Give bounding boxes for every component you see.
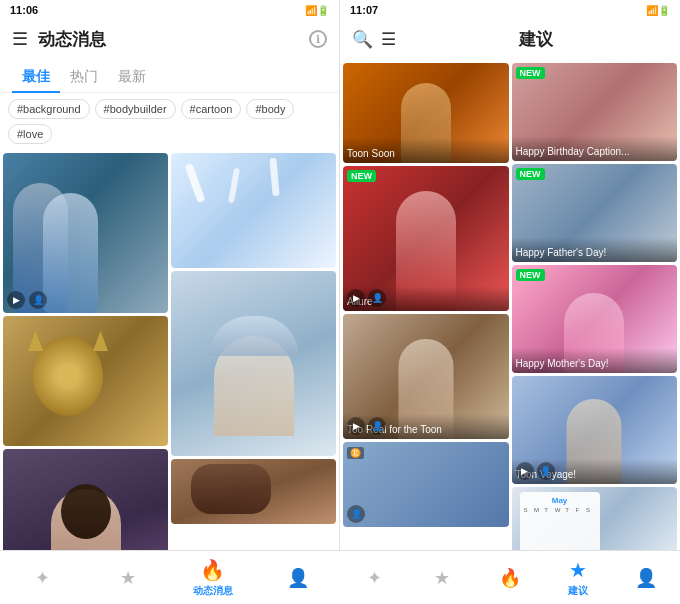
profile-icon-left: 👤 (287, 567, 309, 589)
tag-bodybuilder[interactable]: #bodybuilder (95, 99, 176, 119)
left-col: ▶ 👤 ▶ 👤 (3, 153, 168, 604)
birthday-label: Happy Birthday Caption... (512, 136, 678, 161)
anime-girl-card[interactable]: ♊ 👤 (343, 442, 509, 527)
mothersday-card[interactable]: NEW Happy Mother's Day! (512, 265, 678, 373)
cat-image[interactable] (3, 316, 168, 446)
fire-icon-right: 🔥 (499, 567, 521, 589)
couple-overlay-icons: ▶ 👤 (7, 291, 47, 309)
fire-icon-left: 🔥 (200, 558, 225, 582)
nav-favorites-left[interactable]: ★ (85, 551, 170, 604)
hat-woman-image[interactable] (171, 271, 336, 456)
left-header: ☰ 动态消息 ℹ (0, 18, 339, 60)
toon-soon-label: Toon Soon (343, 138, 509, 163)
left-title: 动态消息 (38, 28, 309, 51)
fathersday-new-badge: NEW (516, 168, 545, 180)
tabs-row: 最佳 热门 最新 (0, 62, 339, 93)
left-grid: ▶ 👤 ▶ 👤 (0, 150, 339, 604)
couple-image[interactable]: ▶ 👤 (3, 153, 168, 313)
birthday-card[interactable]: NEW Happy Birthday Caption... (512, 63, 678, 161)
search-icon[interactable]: 🔍 (352, 29, 373, 50)
right-panel: 11:07 📶🔋 🔍 ☰ 建议 Toon Soon NEW Allure ▶ 👤 (340, 0, 680, 604)
suggestions-label: 建议 (568, 584, 588, 598)
nav-profile-left[interactable]: 👤 (255, 551, 340, 604)
tag-love[interactable]: #love (8, 124, 52, 144)
too-real-overlay: ▶ 👤 (347, 417, 386, 435)
toon-voyage-overlay: ▶ 👤 (516, 462, 555, 480)
signal-icons-right: 📶🔋 (646, 5, 670, 16)
tag-background[interactable]: #background (8, 99, 90, 119)
right-title: 建议 (404, 28, 668, 51)
mothersday-label: Happy Mother's Day! (512, 348, 678, 373)
signal-icons-left: 📶🔋 (305, 5, 329, 16)
play-icon-allure: ▶ (347, 289, 365, 307)
person-icon-tv: 👤 (537, 462, 555, 480)
tab-hot[interactable]: 热门 (60, 62, 108, 92)
hamburger-icon[interactable]: ☰ (12, 28, 28, 50)
bottom-nav-left: ✦ ★ 🔥 动态消息 👤 (0, 550, 340, 604)
hair-image[interactable] (171, 459, 336, 524)
feed-label: 动态消息 (193, 584, 233, 598)
play-icon: ▶ (7, 291, 25, 309)
mothersday-new-badge: NEW (516, 269, 545, 281)
toon-voyage-card[interactable]: Toon Voyage! ▶ 👤 (512, 376, 678, 484)
play-icon-tooreal: ▶ (347, 417, 365, 435)
allure-new-badge: NEW (347, 170, 376, 182)
magic-icon-right: ✦ (367, 567, 382, 589)
magic-icon-left: ✦ (35, 567, 50, 589)
play-icon-tv: ▶ (516, 462, 534, 480)
feathers-image[interactable] (171, 153, 336, 268)
left-panel: 11:06 📶🔋 ☰ 动态消息 ℹ 最佳 热门 最新 #background #… (0, 0, 340, 604)
allure-overlay: ▶ 👤 (347, 289, 386, 307)
status-bar-right: 11:07 📶🔋 (340, 0, 680, 18)
allure-card[interactable]: NEW Allure ▶ 👤 (343, 166, 509, 311)
info-icon[interactable]: ℹ (309, 30, 327, 48)
person-icon-left: 👤 (29, 291, 47, 309)
star-icon-left: ★ (120, 567, 136, 589)
too-real-card[interactable]: Too Real for the Toon ▶ 👤 (343, 314, 509, 439)
anime-overlay: 👤 (347, 505, 365, 523)
nav-magic-right[interactable]: ✦ (340, 551, 408, 604)
nav-magic-left[interactable]: ✦ (0, 551, 85, 604)
fathersday-label: Happy Father's Day! (512, 237, 678, 262)
toon-soon-card[interactable]: Toon Soon (343, 63, 509, 163)
star-active-icon: ★ (569, 558, 587, 582)
nav-feed[interactable]: 🔥 动态消息 (170, 551, 255, 604)
birthday-new-badge: NEW (516, 67, 545, 79)
profile-icon-right: 👤 (635, 567, 657, 589)
person-icon-anime: 👤 (347, 505, 365, 523)
status-bar-left: 11:06 📶🔋 (0, 0, 339, 18)
star-icon-right: ★ (434, 567, 450, 589)
tab-new[interactable]: 最新 (108, 62, 156, 92)
time-left: 11:06 (10, 4, 38, 16)
person-icon-tooreal: 👤 (368, 417, 386, 435)
nav-fire-right[interactable]: 🔥 (476, 551, 544, 604)
nav-profile-right[interactable]: 👤 (612, 551, 680, 604)
fathersday-card[interactable]: NEW Happy Father's Day! (512, 164, 678, 262)
tab-best[interactable]: 最佳 (12, 62, 60, 92)
bottom-nav-right: ✦ ★ 🔥 ★ 建议 👤 (340, 550, 680, 604)
nav-favorites-right[interactable]: ★ (408, 551, 476, 604)
tag-cartoon[interactable]: #cartoon (181, 99, 242, 119)
menu-icon[interactable]: ☰ (381, 29, 396, 50)
nav-suggestions[interactable]: ★ 建议 (544, 551, 612, 604)
tag-body[interactable]: #body (246, 99, 294, 119)
time-right: 11:07 (350, 4, 378, 16)
right-col-left (171, 153, 336, 604)
right-right-col: NEW Happy Birthday Caption... NEW Happy … (512, 63, 678, 604)
tags-row: #background #bodybuilder #cartoon #body … (0, 93, 339, 150)
right-left-col: Toon Soon NEW Allure ▶ 👤 Too Real for th… (343, 63, 509, 604)
right-grid: Toon Soon NEW Allure ▶ 👤 Too Real for th… (340, 60, 680, 604)
right-header: 🔍 ☰ 建议 (340, 18, 680, 60)
person-icon-allure: 👤 (368, 289, 386, 307)
